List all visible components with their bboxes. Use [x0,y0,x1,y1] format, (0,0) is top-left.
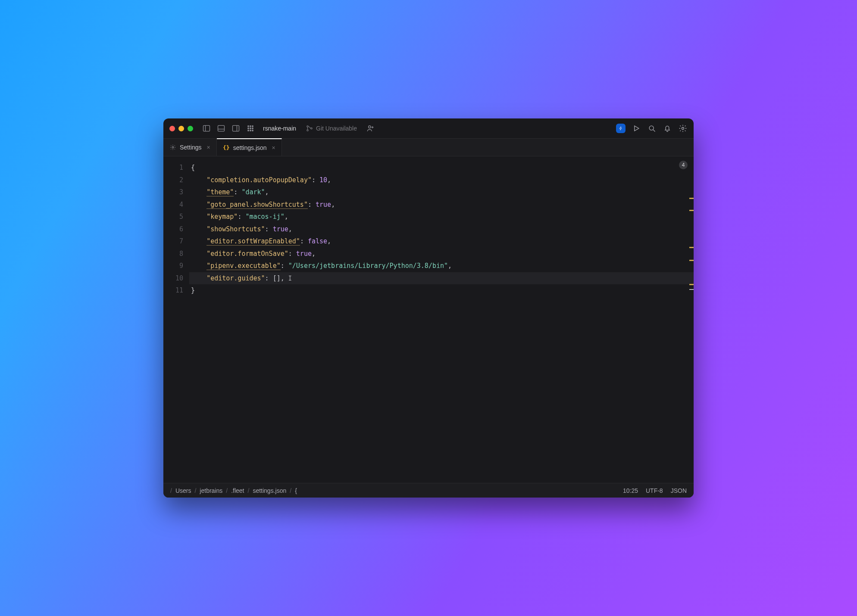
code-line[interactable]: "editor.guides": [], ꕯ [189,272,694,285]
add-collaborator-icon[interactable] [366,124,375,133]
token-punc: , [448,262,452,270]
caret-position[interactable]: 10:25 [623,487,638,494]
token-str: "dark" [241,188,265,196]
token-key: "keymap" [206,213,238,221]
token-key: "goto_panel.showShortcuts" [206,201,308,209]
token-key: "theme" [206,188,234,196]
svg-point-7 [250,126,251,127]
project-name[interactable]: rsnake-main [263,125,296,132]
search-icon[interactable] [647,124,657,133]
breadcrumb-segment[interactable]: Users [175,487,191,494]
svg-rect-0 [203,125,210,131]
token-punc: , [285,213,288,221]
token-punc: , [331,201,335,208]
breadcrumbs[interactable]: /Users/jetbrains/.fleet/settings.json/{ [170,487,297,494]
svg-point-12 [248,130,249,131]
apps-grid-icon[interactable] [246,124,255,133]
token-str: "macos-ij" [245,213,284,221]
tab-close-icon[interactable]: × [207,144,210,151]
breadcrumb-segment[interactable]: .fleet [231,487,244,494]
token-punc [191,274,206,282]
ai-bolt-icon[interactable] [616,124,626,133]
tab-close-icon[interactable]: × [272,144,275,151]
minimap-mark[interactable] [689,198,694,199]
code-area[interactable]: { "completion.autoPopupDelay": 10, "them… [189,156,694,483]
layout-toggle-group [202,124,255,133]
token-punc: : [312,176,319,184]
settings-gear-icon[interactable] [678,124,688,133]
editor[interactable]: 1234567891011 { "completion.autoPopupDel… [163,156,694,483]
breadcrumb-segment[interactable]: jetbrains [200,487,222,494]
minimap-mark[interactable] [689,247,694,248]
token-punc: , [281,274,285,282]
code-line[interactable]: "pipenv.executable": "/Users/jetbrains/L… [189,260,694,272]
svg-rect-2 [218,125,225,131]
window-minimize-button[interactable] [178,126,184,131]
panel-left-icon[interactable] [202,124,211,133]
token-punc: , [327,176,331,184]
svg-point-23 [682,128,684,130]
svg-point-6 [248,126,249,127]
git-status[interactable]: Git Unavailable [306,124,357,132]
status-bar: /Users/jetbrains/.fleet/settings.json/{ … [163,483,694,498]
svg-point-9 [248,128,249,129]
code-line[interactable]: "editor.softWrapEnabled": false, [189,235,694,248]
code-line[interactable]: "showShortcuts": true, [189,223,694,236]
code-line[interactable]: "goto_panel.showShortcuts": true, [189,199,694,211]
minimap-mark[interactable] [689,284,694,285]
panel-bottom-icon[interactable] [216,124,226,133]
line-gutter: 1234567891011 [163,156,189,483]
token-punc: , [265,188,269,196]
svg-line-22 [653,130,655,131]
token-num: 10 [319,176,327,184]
svg-point-17 [311,128,312,129]
token-punc: : [288,250,296,258]
token-punc: : [300,237,308,245]
code-line[interactable]: } [189,284,694,297]
code-line[interactable]: "theme": "dark", [189,186,694,199]
breadcrumb-segment[interactable]: settings.json [253,487,286,494]
code-line[interactable]: { [189,162,694,174]
breadcrumb-segment[interactable]: { [295,487,297,494]
token-punc: : [265,274,273,282]
token-key: "pipenv.executable" [206,262,281,270]
tab-settings[interactable]: Settings× [163,139,217,156]
text-caret-icon: ꕯ [285,272,292,285]
file-language[interactable]: JSON [671,487,687,494]
token-punc: : [234,188,241,196]
file-encoding[interactable]: UTF-8 [646,487,663,494]
breadcrumb-separator: / [248,487,250,494]
window-zoom-button[interactable] [188,126,193,131]
token-bool: true [316,201,331,208]
token-key: "showShortcuts" [206,225,265,233]
code-line[interactable]: "completion.autoPopupDelay": 10, [189,174,694,187]
svg-point-21 [649,126,654,130]
app-window: rsnake-main Git Unavailable [163,118,694,498]
minimap-caret[interactable] [689,289,694,290]
breadcrumb-separator: / [170,487,172,494]
svg-point-16 [307,130,308,131]
problems-badge[interactable]: 4 [679,161,688,169]
window-close-button[interactable] [169,126,175,131]
token-bool: true [296,250,312,258]
minimap-mark[interactable] [689,260,694,261]
tab-settings-json[interactable]: {}settings.json× [217,138,282,156]
token-punc: , [327,237,331,245]
traffic-lights [169,126,193,131]
code-line[interactable]: "keymap": "macos-ij", [189,211,694,223]
notifications-icon[interactable] [663,124,672,133]
panel-right-icon[interactable] [231,124,241,133]
token-punc: : [281,262,288,270]
token-punc: : [238,213,245,221]
titlebar: rsnake-main Git Unavailable [163,118,694,138]
run-icon[interactable] [632,124,641,133]
minimap-mark[interactable] [689,210,694,211]
breadcrumb-separator: / [226,487,228,494]
svg-rect-4 [233,125,239,131]
json-braces-icon: {} [223,144,230,151]
token-punc: } [191,286,195,294]
token-bool: false [308,237,327,245]
git-status-label: Git Unavailable [316,125,357,132]
token-key: "editor.formatOnSave" [206,250,288,258]
code-line[interactable]: "editor.formatOnSave": true, [189,248,694,260]
